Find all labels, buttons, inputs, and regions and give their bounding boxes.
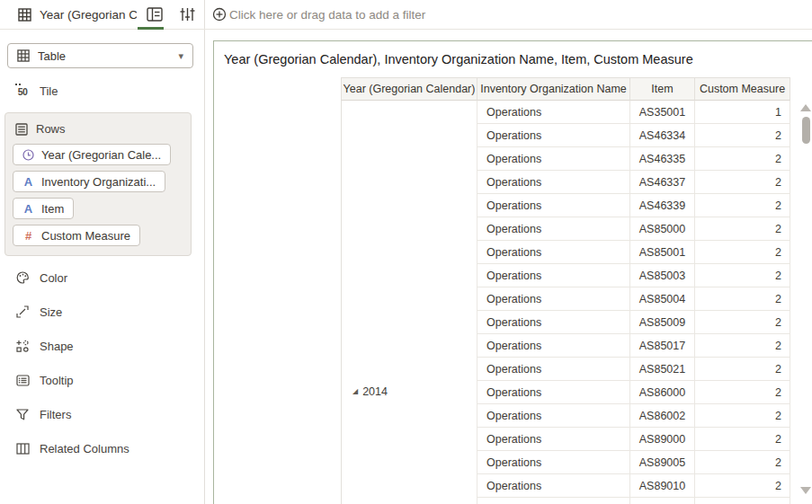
column-header-year[interactable]: Year (Gregorian Calendar) [341,77,477,101]
pill-inventory-organization[interactable]: A Inventory Organizati... [13,171,165,192]
number-icon: # [22,229,34,243]
table-cell-val[interactable]: 2 [695,474,790,498]
collapse-triangle-icon[interactable]: ◢ [352,385,358,399]
clock-icon [22,149,34,161]
scrollbar-down-arrow[interactable] [800,487,811,494]
table-cell-val[interactable]: 2 [695,217,790,241]
table-cell-org[interactable]: Operations [477,381,630,404]
table-cell-item[interactable]: AS85021 [630,358,695,381]
pill-label: Item [41,202,64,216]
table-cell-org[interactable]: Operations [477,358,630,381]
table-cell-item[interactable]: AS85001 [630,241,695,264]
table-cell-val[interactable]: 2 [695,334,790,358]
table-cell-val[interactable]: 2 [695,358,790,381]
table-cell-val[interactable]: 2 [695,264,790,287]
table-cell-item[interactable]: AS46335 [630,147,695,171]
year-group[interactable]: ◢ 2014 [352,385,388,399]
scrollbar-thumb[interactable] [802,117,810,144]
table-cell-val[interactable]: 2 [695,381,790,404]
pill-label: Year (Gregorian Cale... [41,148,161,162]
menu-label: Shape [40,340,74,353]
tile-drop-target[interactable]: 50 Tile [15,84,204,98]
table-cell-item[interactable]: AS89005 [630,451,695,474]
table-cell-org[interactable]: Operations [477,264,630,287]
table-cell-item[interactable]: AS46339 [630,194,695,217]
table-cell-item[interactable]: AS85009 [630,311,695,334]
table-cell-item[interactable]: AS89000 [630,428,695,451]
scrollbar-up-arrow[interactable] [800,104,811,111]
related-columns-drop-target[interactable]: Related Columns [0,431,204,465]
pill-custom-measure[interactable]: # Custom Measure [13,225,140,246]
pill-item[interactable]: A Item [13,198,74,219]
table-grid-icon [18,8,31,22]
table-cell-org[interactable]: Operations [477,241,630,264]
table-cell-org[interactable]: Operations [477,451,630,474]
visualization-type-select[interactable]: Table ▾ [7,43,193,68]
table-cell-val[interactable]: 2 [695,287,790,311]
filter-bar[interactable]: Click here or drag data to add a filter [205,0,812,29]
menu-label: Size [40,305,62,319]
table-visualization[interactable]: Year (Gregorian Calendar), Inventory Org… [213,40,812,504]
table-cell-val[interactable]: 2 [695,404,790,428]
table-cell-item[interactable]: AS86000 [630,381,695,404]
table-cell-org[interactable]: Operations [477,124,630,147]
table-cell-org[interactable]: Operations [477,311,630,334]
add-filter-icon[interactable] [212,7,227,22]
table-cell-item[interactable]: AS46337 [630,171,695,194]
table-cell-val[interactable]: 2 [695,171,790,194]
table-cell-org[interactable]: Operations [477,171,630,194]
color-drop-target[interactable]: Color [0,261,204,295]
table-cell-org[interactable]: Operations [477,101,630,124]
rows-section: Rows Year (Gregorian Cale... A Inventory… [4,112,192,256]
shape-drop-target[interactable]: Shape [0,329,204,363]
table-cell-org[interactable]: Operations [477,194,630,217]
table-cell-org[interactable]: Operations [477,474,630,498]
table-cell-val[interactable]: 2 [695,194,790,217]
table-cell-org[interactable]: Operations [477,334,630,358]
table-cell-item[interactable]: AS85017 [630,334,695,358]
partial-row-cell [695,498,790,504]
table-cell-org[interactable]: Operations [477,147,630,171]
visualization-tab-title[interactable]: Year (Gregorian Cal... [40,8,137,22]
menu-label: Related Columns [40,442,129,455]
column-header-measure[interactable]: Custom Measure [695,77,790,101]
column-header-item[interactable]: Item [630,77,695,101]
table-cell-item[interactable]: AS85000 [630,217,695,241]
chevron-down-icon: ▾ [178,50,183,62]
size-drop-target[interactable]: Size [0,295,204,329]
table-cell-val[interactable]: 2 [695,241,790,264]
table-cell-item[interactable]: AS86002 [630,404,695,428]
table-cell-item[interactable]: AS46334 [630,124,695,147]
tile-icon: 50 [15,86,30,97]
table-cell-item[interactable]: AS85003 [630,264,695,287]
rows-header: Rows [15,122,183,136]
rows-icon [15,123,28,136]
properties-sliders-icon[interactable] [180,7,195,22]
table-cell-org[interactable]: Operations [477,287,630,311]
tooltip-drop-target[interactable]: Tooltip [0,363,204,397]
columns-icon [15,443,30,455]
table-cell-item[interactable]: AS35001 [630,101,695,124]
table-cell-val[interactable]: 1 [695,101,790,124]
pill-label: Custom Measure [41,229,130,243]
table-cell-org[interactable]: Operations [477,217,630,241]
table-cell-val[interactable]: 2 [695,451,790,474]
table-cell-item[interactable]: AS85004 [630,287,695,311]
filters-drop-target[interactable]: Filters [0,397,204,431]
size-arrow-icon [15,305,30,318]
table-cell-org[interactable]: Operations [477,404,630,428]
tile-label: Tile [40,84,58,98]
year-group-label: 2014 [362,385,388,399]
grammar-panel-icon[interactable] [147,7,163,22]
filter-prompt[interactable]: Click here or drag data to add a filter [229,8,425,22]
pill-year[interactable]: Year (Gregorian Cale... [13,144,171,165]
table-cell-val[interactable]: 2 [695,124,790,147]
table-cell-val[interactable]: 2 [695,428,790,451]
column-header-org[interactable]: Inventory Organization Name [477,77,630,101]
funnel-icon [15,409,30,420]
table-cell-val[interactable]: 2 [695,311,790,334]
table-cell-org[interactable]: Operations [477,428,630,451]
data-table: Year (Gregorian Calendar) Inventory Orga… [341,77,790,504]
table-cell-val[interactable]: 2 [695,147,790,171]
table-cell-item[interactable]: AS89010 [630,474,695,498]
